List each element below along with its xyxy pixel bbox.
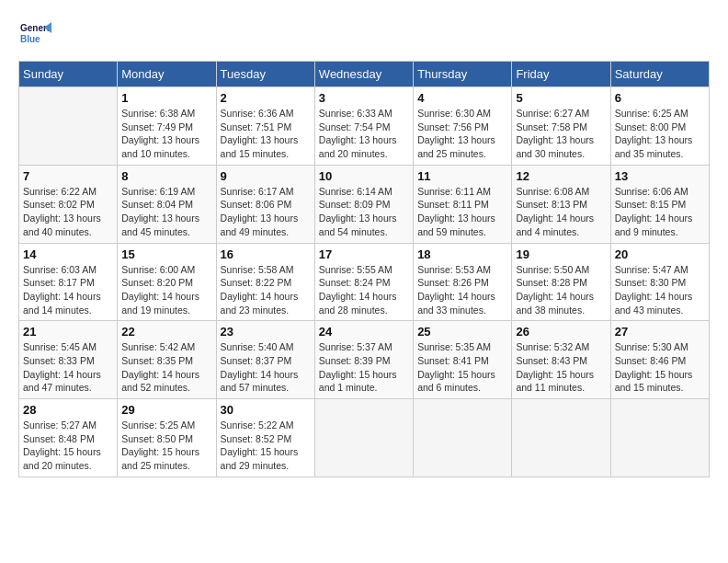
day-info: Sunrise: 5:40 AM Sunset: 8:37 PM Dayligh… xyxy=(221,340,311,395)
day-number: 23 xyxy=(221,325,311,339)
day-number: 30 xyxy=(221,403,311,417)
calendar-cell: 18Sunrise: 5:53 AM Sunset: 8:26 PM Dayli… xyxy=(414,243,512,321)
calendar-cell: 16Sunrise: 5:58 AM Sunset: 8:22 PM Dayli… xyxy=(216,243,314,321)
day-number: 13 xyxy=(615,169,705,183)
day-info: Sunrise: 5:27 AM Sunset: 8:48 PM Dayligh… xyxy=(23,419,113,473)
calendar-cell: 14Sunrise: 6:03 AM Sunset: 8:17 PM Dayli… xyxy=(19,243,118,321)
calendar-cell: 11Sunrise: 6:11 AM Sunset: 8:11 PM Dayli… xyxy=(414,165,512,243)
weekday-header-tuesday: Tuesday xyxy=(216,62,314,87)
day-number: 27 xyxy=(615,325,705,339)
calendar-cell: 20Sunrise: 5:47 AM Sunset: 8:30 PM Dayli… xyxy=(610,243,709,321)
calendar-cell: 19Sunrise: 5:50 AM Sunset: 8:28 PM Dayli… xyxy=(512,243,610,321)
day-info: Sunrise: 5:30 AM Sunset: 8:46 PM Dayligh… xyxy=(615,340,705,395)
day-info: Sunrise: 6:17 AM Sunset: 8:06 PM Dayligh… xyxy=(221,185,311,239)
day-number: 2 xyxy=(221,91,311,105)
day-info: Sunrise: 6:38 AM Sunset: 7:49 PM Dayligh… xyxy=(121,107,211,161)
calendar-cell: 30Sunrise: 5:22 AM Sunset: 8:52 PM Dayli… xyxy=(216,399,314,477)
day-info: Sunrise: 6:14 AM Sunset: 8:09 PM Dayligh… xyxy=(319,185,409,239)
day-info: Sunrise: 6:33 AM Sunset: 7:54 PM Dayligh… xyxy=(319,107,409,161)
calendar-cell: 2Sunrise: 6:36 AM Sunset: 7:51 PM Daylig… xyxy=(216,87,314,166)
day-info: Sunrise: 6:11 AM Sunset: 8:11 PM Dayligh… xyxy=(417,185,507,239)
calendar-cell: 12Sunrise: 6:08 AM Sunset: 8:13 PM Dayli… xyxy=(512,165,610,243)
weekday-header-wednesday: Wednesday xyxy=(314,62,413,87)
day-info: Sunrise: 5:35 AM Sunset: 8:41 PM Dayligh… xyxy=(417,340,507,395)
day-number: 29 xyxy=(121,403,211,417)
calendar-cell: 17Sunrise: 5:55 AM Sunset: 8:24 PM Dayli… xyxy=(314,243,413,321)
day-number: 10 xyxy=(319,169,409,183)
weekday-header-monday: Monday xyxy=(118,62,216,87)
weekday-header-saturday: Saturday xyxy=(610,62,709,87)
day-number: 21 xyxy=(23,325,113,339)
calendar-cell: 13Sunrise: 6:06 AM Sunset: 8:15 PM Dayli… xyxy=(610,165,709,243)
day-number: 6 xyxy=(615,91,705,105)
day-number: 11 xyxy=(417,169,507,183)
calendar-cell: 25Sunrise: 5:35 AM Sunset: 8:41 PM Dayli… xyxy=(414,321,512,399)
day-info: Sunrise: 5:50 AM Sunset: 8:28 PM Dayligh… xyxy=(516,263,606,317)
logo: General Blue xyxy=(18,18,51,52)
day-info: Sunrise: 6:00 AM Sunset: 8:20 PM Dayligh… xyxy=(121,263,211,317)
day-number: 14 xyxy=(23,247,113,261)
day-info: Sunrise: 6:08 AM Sunset: 8:13 PM Dayligh… xyxy=(516,185,606,239)
day-number: 16 xyxy=(221,247,311,261)
calendar-table: SundayMondayTuesdayWednesdayThursdayFrid… xyxy=(18,61,710,477)
day-info: Sunrise: 6:22 AM Sunset: 8:02 PM Dayligh… xyxy=(23,185,113,239)
day-number: 12 xyxy=(516,169,606,183)
weekday-header-sunday: Sunday xyxy=(19,62,118,87)
day-info: Sunrise: 5:42 AM Sunset: 8:35 PM Dayligh… xyxy=(121,340,211,395)
calendar-cell: 22Sunrise: 5:42 AM Sunset: 8:35 PM Dayli… xyxy=(118,321,216,399)
calendar-cell: 27Sunrise: 5:30 AM Sunset: 8:46 PM Dayli… xyxy=(610,321,709,399)
calendar-cell: 29Sunrise: 5:25 AM Sunset: 8:50 PM Dayli… xyxy=(118,399,216,477)
day-info: Sunrise: 5:47 AM Sunset: 8:30 PM Dayligh… xyxy=(615,263,705,317)
calendar-cell: 9Sunrise: 6:17 AM Sunset: 8:06 PM Daylig… xyxy=(216,165,314,243)
day-info: Sunrise: 5:32 AM Sunset: 8:43 PM Dayligh… xyxy=(516,340,606,395)
page-header: General Blue xyxy=(18,18,710,52)
day-info: Sunrise: 5:22 AM Sunset: 8:52 PM Dayligh… xyxy=(221,419,311,473)
logo-icon: General Blue xyxy=(18,18,51,52)
day-number: 28 xyxy=(23,403,113,417)
day-number: 4 xyxy=(417,91,507,105)
day-info: Sunrise: 6:25 AM Sunset: 8:00 PM Dayligh… xyxy=(615,107,705,161)
calendar-cell: 1Sunrise: 6:38 AM Sunset: 7:49 PM Daylig… xyxy=(118,87,216,166)
calendar-cell xyxy=(19,87,118,166)
calendar-cell: 23Sunrise: 5:40 AM Sunset: 8:37 PM Dayli… xyxy=(216,321,314,399)
calendar-cell: 28Sunrise: 5:27 AM Sunset: 8:48 PM Dayli… xyxy=(19,399,118,477)
calendar-cell: 10Sunrise: 6:14 AM Sunset: 8:09 PM Dayli… xyxy=(314,165,413,243)
day-number: 17 xyxy=(319,247,409,261)
day-number: 18 xyxy=(417,247,507,261)
day-number: 19 xyxy=(516,247,606,261)
calendar-cell: 3Sunrise: 6:33 AM Sunset: 7:54 PM Daylig… xyxy=(314,87,413,166)
day-number: 8 xyxy=(121,169,211,183)
weekday-header-thursday: Thursday xyxy=(414,62,512,87)
calendar-cell: 6Sunrise: 6:25 AM Sunset: 8:00 PM Daylig… xyxy=(610,87,709,166)
day-info: Sunrise: 6:03 AM Sunset: 8:17 PM Dayligh… xyxy=(23,263,113,317)
day-number: 3 xyxy=(319,91,409,105)
day-info: Sunrise: 5:53 AM Sunset: 8:26 PM Dayligh… xyxy=(417,263,507,317)
day-number: 15 xyxy=(121,247,211,261)
day-info: Sunrise: 5:37 AM Sunset: 8:39 PM Dayligh… xyxy=(319,340,409,395)
calendar-cell: 26Sunrise: 5:32 AM Sunset: 8:43 PM Dayli… xyxy=(512,321,610,399)
weekday-header-friday: Friday xyxy=(512,62,610,87)
calendar-cell xyxy=(512,399,610,477)
calendar-cell: 15Sunrise: 6:00 AM Sunset: 8:20 PM Dayli… xyxy=(118,243,216,321)
day-number: 24 xyxy=(319,325,409,339)
day-info: Sunrise: 5:55 AM Sunset: 8:24 PM Dayligh… xyxy=(319,263,409,317)
day-info: Sunrise: 6:06 AM Sunset: 8:15 PM Dayligh… xyxy=(615,185,705,239)
day-info: Sunrise: 5:25 AM Sunset: 8:50 PM Dayligh… xyxy=(121,419,211,473)
day-number: 9 xyxy=(221,169,311,183)
calendar-cell: 21Sunrise: 5:45 AM Sunset: 8:33 PM Dayli… xyxy=(19,321,118,399)
calendar-cell: 7Sunrise: 6:22 AM Sunset: 8:02 PM Daylig… xyxy=(19,165,118,243)
day-number: 1 xyxy=(121,91,211,105)
day-number: 20 xyxy=(615,247,705,261)
day-number: 7 xyxy=(23,169,113,183)
day-info: Sunrise: 6:27 AM Sunset: 7:58 PM Dayligh… xyxy=(516,107,606,161)
day-info: Sunrise: 6:30 AM Sunset: 7:56 PM Dayligh… xyxy=(417,107,507,161)
calendar-cell: 24Sunrise: 5:37 AM Sunset: 8:39 PM Dayli… xyxy=(314,321,413,399)
calendar-cell: 8Sunrise: 6:19 AM Sunset: 8:04 PM Daylig… xyxy=(118,165,216,243)
calendar-cell: 4Sunrise: 6:30 AM Sunset: 7:56 PM Daylig… xyxy=(414,87,512,166)
calendar-cell: 5Sunrise: 6:27 AM Sunset: 7:58 PM Daylig… xyxy=(512,87,610,166)
day-number: 25 xyxy=(417,325,507,339)
calendar-cell xyxy=(314,399,413,477)
day-number: 22 xyxy=(121,325,211,339)
day-number: 5 xyxy=(516,91,606,105)
calendar-cell xyxy=(610,399,709,477)
